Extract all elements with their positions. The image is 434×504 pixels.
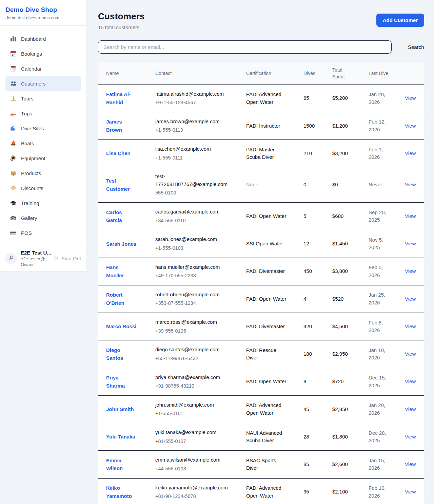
customer-name-link[interactable]: Sarah Jones bbox=[106, 241, 136, 247]
view-link[interactable]: View bbox=[405, 150, 416, 156]
customer-last-dive: Dec 28, 2025 bbox=[369, 423, 405, 451]
sidebar-item-label: Calendar bbox=[21, 66, 42, 72]
tours-icon bbox=[10, 95, 17, 102]
view-link[interactable]: View bbox=[405, 323, 416, 329]
customers-table: NameContactCertificationDivesTotal Spent… bbox=[98, 62, 424, 504]
customer-phone: +49-170-555-2233 bbox=[155, 272, 233, 280]
customer-certification: PADI Master Scuba Diver bbox=[246, 140, 303, 167]
customer-last-dive: Jan 10, 2026 bbox=[369, 340, 405, 368]
view-link[interactable]: View bbox=[405, 406, 416, 412]
sidebar-item-equipment[interactable]: Equipment bbox=[5, 151, 81, 166]
customer-name-link[interactable]: Hans Mueller bbox=[106, 264, 124, 278]
customer-email: robert.obrien@example.com bbox=[155, 291, 233, 299]
customer-name-link[interactable]: Keiko Yamamoto bbox=[106, 485, 132, 499]
customer-certification: PADI Divemaster bbox=[246, 258, 303, 285]
view-link[interactable]: View bbox=[405, 241, 416, 246]
customer-total-spent: $720 bbox=[332, 368, 369, 395]
customer-name-link[interactable]: Test Customer bbox=[106, 178, 130, 192]
customer-dives: 45 bbox=[303, 395, 332, 423]
table-header-row: NameContactCertificationDivesTotal Spent… bbox=[98, 62, 424, 85]
customer-total-spent: $2,850 bbox=[332, 395, 369, 423]
view-link[interactable]: View bbox=[405, 489, 416, 494]
search-input[interactable] bbox=[98, 40, 392, 54]
customer-total-spent: $4,500 bbox=[332, 313, 369, 340]
view-link[interactable]: View bbox=[405, 213, 416, 219]
column-header-contact: Contact bbox=[155, 62, 246, 85]
view-link[interactable]: View bbox=[405, 123, 416, 129]
sidebar-item-pos[interactable]: POS bbox=[5, 225, 81, 240]
search-button[interactable]: Search bbox=[407, 42, 425, 52]
customer-name-link[interactable]: James Brown bbox=[106, 119, 122, 133]
customer-dives: 320 bbox=[303, 313, 332, 340]
user-name: E2E Test U... bbox=[21, 250, 51, 256]
view-link[interactable]: View bbox=[405, 434, 416, 440]
view-link[interactable]: View bbox=[405, 378, 416, 384]
view-link[interactable]: View bbox=[405, 461, 416, 467]
sidebar-item-gallery[interactable]: Gallery bbox=[5, 210, 81, 225]
customer-last-dive: Jan 20, 2026 bbox=[369, 395, 405, 423]
column-header-actions bbox=[405, 62, 424, 85]
table-row: Sarah Jones sarah.jones@example.com +1-5… bbox=[98, 230, 424, 258]
svg-text:17: 17 bbox=[12, 53, 15, 56]
sidebar-item-label: Customers bbox=[21, 81, 46, 87]
customer-phone: +1-555-0101 bbox=[155, 410, 233, 417]
customer-name-link[interactable]: Yuki Tanaka bbox=[106, 434, 135, 440]
sidebar-item-tours[interactable]: Tours bbox=[5, 91, 81, 106]
sidebar-item-dive-sites[interactable]: Dive Sites bbox=[5, 121, 81, 136]
customer-dives: 210 bbox=[303, 140, 332, 167]
customer-phone: +44-555-0108 bbox=[155, 465, 233, 473]
customer-certification: PADI Instructor bbox=[246, 112, 303, 139]
view-link[interactable]: View bbox=[405, 351, 416, 357]
customer-email: lisa.chen@example.com bbox=[155, 145, 233, 153]
view-link[interactable]: View bbox=[405, 268, 416, 274]
customer-name-link[interactable]: Emma Wilson bbox=[106, 458, 123, 471]
sidebar-item-bookings[interactable]: 17 Bookings bbox=[5, 46, 81, 61]
customer-email: marco.rossi@example.com bbox=[155, 318, 233, 326]
table-row: Lisa Chen lisa.chen@example.com +1-555-0… bbox=[98, 140, 424, 167]
customer-name-link[interactable]: Marco Rossi bbox=[106, 323, 136, 329]
customer-total-spent: $1,800 bbox=[332, 423, 369, 451]
sidebar-item-discounts[interactable]: Discounts bbox=[5, 181, 81, 195]
sidebar-nav: Dashboard 17 Bookings Calendar Customers… bbox=[0, 26, 86, 245]
sidebar-item-customers[interactable]: Customers bbox=[5, 76, 81, 91]
sidebar-item-products[interactable]: Products bbox=[5, 166, 81, 181]
customer-email: sarah.jones@example.com bbox=[155, 236, 233, 243]
customer-phone: +81-90-1234-5678 bbox=[155, 493, 233, 500]
dashboard-icon bbox=[10, 35, 17, 42]
customer-email: yuki.tanaka@example.com bbox=[155, 429, 233, 436]
customer-name-link[interactable]: Carlos Garcia bbox=[106, 209, 122, 223]
view-link[interactable]: View bbox=[405, 95, 416, 101]
customer-total-spent: $1,450 bbox=[332, 230, 369, 258]
view-link[interactable]: View bbox=[405, 182, 416, 187]
customer-certification: PADI Open Water bbox=[246, 203, 303, 230]
customer-name-link[interactable]: Robert O'Brien bbox=[106, 292, 124, 306]
products-icon bbox=[10, 170, 17, 176]
sidebar-item-training[interactable]: Training bbox=[5, 195, 81, 210]
customer-email: emma.wilson@example.com bbox=[155, 456, 233, 464]
customer-phone: +55-11-99876-5432 bbox=[155, 355, 233, 362]
customer-name-link[interactable]: Fatima Al-Rashid bbox=[106, 91, 131, 105]
customer-name-link[interactable]: Priya Sharma bbox=[106, 375, 125, 389]
sidebar-item-boats[interactable]: Boats bbox=[5, 136, 81, 151]
table-row: Fatima Al-Rashid fatima.alrashid@example… bbox=[98, 85, 424, 112]
customer-certification: PADI Advanced Open Water bbox=[246, 395, 303, 423]
bookings-icon: 17 bbox=[10, 50, 17, 57]
sidebar-item-calendar[interactable]: Calendar bbox=[5, 61, 81, 76]
sign-out-button[interactable]: Sign Out bbox=[53, 255, 81, 262]
table-row: Robert O'Brien robert.obrien@example.com… bbox=[98, 285, 424, 313]
sidebar-item-dashboard[interactable]: Dashboard bbox=[5, 31, 81, 46]
customer-name-link[interactable]: Lisa Chen bbox=[106, 150, 131, 156]
sidebar-item-trips[interactable]: Trips bbox=[5, 106, 81, 121]
user-email: e2e-tester@... bbox=[21, 256, 51, 261]
customer-name-link[interactable]: John Smith bbox=[106, 406, 134, 412]
customer-email: carlos.garcia@example.com bbox=[155, 208, 233, 216]
customer-dives: 85 bbox=[303, 451, 332, 478]
customer-name-link[interactable]: Diego Santos bbox=[106, 347, 123, 361]
customer-email: keiko.yamamoto@example.com bbox=[155, 484, 233, 492]
customer-phone: +81-555-0107 bbox=[155, 438, 233, 445]
sign-out-icon bbox=[53, 255, 59, 262]
customer-total-spent: $0 bbox=[332, 167, 369, 203]
view-link[interactable]: View bbox=[405, 296, 416, 302]
customer-dives: 1500 bbox=[303, 112, 332, 139]
add-customer-button[interactable]: Add Customer bbox=[376, 14, 424, 27]
